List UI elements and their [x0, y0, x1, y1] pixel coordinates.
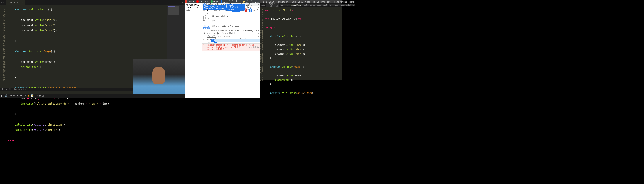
tabs-dropdown-icon[interactable]: ▼ [182, 1, 184, 4]
step-into-icon[interactable]: ↓ [209, 32, 210, 34]
menu-view[interactable]: View [298, 1, 303, 3]
console-prompt[interactable]: > | [202, 51, 260, 54]
menu-find[interactable]: Find [290, 1, 296, 3]
black-region [185, 98, 644, 184]
volume-icon[interactable]: 🔊 [4, 94, 8, 97]
line-gutter: 1234567891011121314151617181920212223242… [260, 6, 264, 80]
devtools-lang-bar: Always match Chrome's language Switch De… [202, 6, 260, 9]
info-count-badge[interactable]: ■ 1 [249, 8, 252, 12]
nav-tab-icon[interactable]: » [206, 12, 208, 14]
gear-icon[interactable]: ⚙ [254, 9, 255, 11]
device-icon[interactable]: 📱 [206, 9, 208, 11]
close-icon[interactable]: × [22, 1, 23, 4]
note-icon[interactable]: 📝 [31, 94, 34, 97]
browser-blank-area [185, 80, 260, 98]
rendered-page: PROGRAMA CALCULAR IMC [185, 3, 202, 80]
devtools-panel: i DevTools is now available in Spanish! … [202, 3, 260, 80]
error-icon: ✖ [203, 44, 204, 46]
add-folder-button[interactable]: + Add folder to [203, 15, 210, 21]
video-controls: ▶ 🔊 10:30 / 18:49 ◆ 📝 1x ⚙ ⧉ ⛶ [0, 94, 185, 98]
speed-label[interactable]: 1x [36, 94, 38, 97]
close-icon[interactable]: × [258, 6, 260, 8]
tab-nav-left-icon[interactable]: ◀ [1, 1, 2, 4]
editor-tab-2[interactable]: ◄► [285, 4, 290, 6]
editor-tab-3[interactable]: imc.html [290, 4, 302, 6]
error-count-badge[interactable]: ✖ 1 [244, 8, 247, 12]
pause-icon[interactable]: ⏸ [203, 32, 205, 34]
prompt-caret: > [203, 52, 204, 54]
kebab-icon[interactable]: ⋮ [203, 35, 205, 38]
close-icon[interactable]: × [258, 3, 259, 6]
bookmark-youtube[interactable]: YouTube [196, 0, 208, 3]
editor-tab-4[interactable]: calculo_consumo.html [302, 4, 328, 6]
editor-tabs-bar: ◀ ▶ imc.html × ▼ [0, 0, 185, 5]
play-icon[interactable]: ▶ [1, 94, 3, 97]
tab-label: imc.html [8, 1, 20, 4]
bookmark-maps[interactable]: Maps [210, 0, 218, 3]
braces-icon[interactable]: {} [203, 30, 206, 32]
time-current: 10:30 [9, 94, 15, 97]
clear-icon[interactable]: ⊘ [203, 38, 204, 40]
webcam-overlay [132, 59, 185, 98]
bookmark-gmail[interactable]: Gmail [185, 0, 194, 3]
editor-tab-1[interactable]: so [280, 4, 284, 6]
kebab-icon[interactable]: ⋮ [203, 12, 205, 14]
marker-icon[interactable]: ◆ [28, 94, 29, 97]
step-over-icon[interactable]: ↷ [206, 32, 208, 34]
menu-preferences[interactable]: Preferences [333, 1, 347, 3]
fullscreen-icon[interactable]: ⛶ [45, 94, 47, 97]
editor-tab-5[interactable]: imprimir_edades2.htm [329, 4, 355, 6]
time-sep: / [17, 94, 18, 97]
menu-tools[interactable]: Tools [313, 1, 319, 3]
cursor-position: Line 30, Column 35 [2, 88, 26, 90]
page-heading: PROGRAMA CALCULAR IMC [186, 4, 201, 11]
bookmarks-bar: Gmail YouTube Maps Su perfil | Alura Lat… [185, 0, 260, 3]
sources-toolbar: ⋮ » ⋮ [202, 12, 260, 15]
menu-goto[interactable]: Goto [305, 1, 310, 3]
menu-project[interactable]: Project [322, 1, 330, 3]
tab-elements[interactable]: Elements [210, 9, 220, 11]
close-icon[interactable]: × [226, 15, 228, 17]
folder-icon: 📁 [242, 0, 245, 3]
tab-console[interactable]: Console [222, 9, 230, 11]
inspect-icon[interactable]: ⬚ [203, 9, 204, 11]
src-tab-square[interactable]: ⧉ [212, 15, 214, 17]
sync-changes-link[interactable]: Sync changes [203, 25, 210, 29]
tab-sources[interactable]: Sources [232, 9, 240, 12]
editor-tabs: ◀▶ primer test.html so ◄► imc.html calcu… [260, 4, 342, 6]
kebab-icon[interactable]: ⋮ [256, 9, 258, 11]
menu-help[interactable]: Help [349, 1, 354, 3]
context-dropdown[interactable]: top ▾ [206, 38, 211, 40]
pip-icon[interactable]: ⧉ [42, 94, 44, 97]
editor-tab-imc[interactable]: imc.html × [6, 0, 25, 4]
code-area[interactable]: <meta charset="UTF-8"> <h4>PROGRAMA CALC… [264, 6, 351, 80]
tab-nav: ◀ ▶ [0, 1, 6, 4]
time-total: 18:49 [20, 94, 26, 97]
tab-nav-right-icon[interactable]: ▶ [2, 1, 4, 4]
issues-label: 1 Issue: [203, 41, 212, 43]
src-tab-file[interactable]: imc.html × [215, 15, 229, 17]
settings-icon[interactable]: ⚙ [39, 94, 41, 97]
more-tabs-icon[interactable]: » [242, 9, 243, 11]
line-gutter: 7891011121314151617181920212223242526272… [0, 5, 7, 91]
more-icon[interactable]: ⋮ [209, 12, 211, 14]
right-code-editor: File Edit Selection Find View Goto Tools… [260, 0, 342, 80]
sources-nav: + Add folder to Sync changes [202, 15, 211, 29]
